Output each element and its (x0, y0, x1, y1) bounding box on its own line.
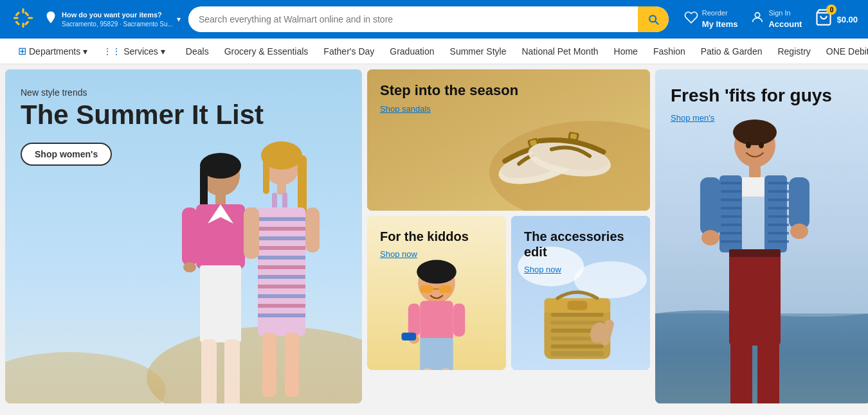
svg-rect-116 (789, 177, 809, 229)
svg-rect-3 (14, 17, 19, 19)
svg-rect-109 (768, 199, 789, 201)
nav-services[interactable]: ⋮⋮ Services ▾ (95, 39, 173, 64)
hero-mens: Fresh 'fits for guys Shop men's (655, 69, 868, 403)
svg-rect-39 (258, 227, 305, 231)
svg-rect-73 (401, 333, 416, 340)
mens-title: Fresh 'fits for guys (671, 85, 855, 107)
kiddos-title: For the kiddos (380, 229, 493, 244)
walmart-logo (10, 5, 36, 33)
svg-rect-69 (420, 301, 453, 340)
nav-national-pet[interactable]: National Pet Month (514, 39, 606, 64)
kiddos-shop-link[interactable]: Shop now (380, 249, 417, 259)
card-sandals: Step into the season Shop sandals (367, 69, 650, 211)
accessories-title: The accessories edit (524, 229, 637, 260)
nav-home[interactable]: Home (606, 39, 646, 64)
svg-rect-107 (768, 182, 789, 184)
svg-rect-114 (768, 240, 789, 243)
main-content: New style trends The Summer It List Shop… (0, 64, 868, 409)
location-button[interactable]: How do you want your items? Sacramento, … (44, 10, 181, 28)
svg-rect-95 (749, 164, 761, 179)
svg-rect-102 (721, 207, 741, 209)
nav-patio-garden[interactable]: Patio & Garden (693, 39, 770, 64)
chevron-down-icon: ▾ (83, 46, 87, 57)
svg-rect-112 (768, 224, 789, 226)
svg-rect-51 (262, 333, 276, 397)
cart-icon (815, 12, 833, 30)
svg-rect-38 (258, 217, 305, 221)
cart-badge: 0 (826, 4, 836, 15)
svg-rect-4 (28, 17, 33, 19)
svg-rect-26 (201, 339, 217, 403)
nav-registry[interactable]: Registry (770, 39, 818, 64)
svg-point-10 (755, 13, 760, 17)
svg-point-65 (417, 260, 457, 284)
reorder-button[interactable]: Reorder My Items (684, 8, 738, 30)
svg-rect-99 (721, 182, 741, 184)
nav-one-debit[interactable]: ONE Debit (818, 39, 868, 64)
svg-rect-74 (420, 338, 453, 370)
sandals-shop-link[interactable]: Shop sandals (380, 104, 431, 114)
svg-rect-48 (258, 313, 305, 317)
svg-rect-71 (453, 303, 466, 336)
svg-rect-110 (768, 207, 789, 209)
svg-rect-42 (258, 256, 305, 260)
svg-point-24 (183, 262, 196, 272)
hero-title: The Summer It List (21, 100, 347, 130)
svg-rect-108 (768, 190, 789, 193)
nav-deals[interactable]: Deals (178, 39, 217, 64)
nav-fathers-day[interactable]: Father's Day (316, 39, 382, 64)
svg-rect-85 (551, 344, 604, 348)
svg-rect-122 (729, 249, 781, 257)
cart-button[interactable]: 0 $0.00 (815, 8, 858, 30)
signin-button[interactable]: Sign In Account (750, 8, 802, 30)
svg-point-123 (746, 142, 751, 148)
svg-rect-52 (285, 333, 299, 397)
header-actions: Reorder My Items Sign In Account 0 $0.00 (684, 8, 858, 30)
svg-rect-25 (200, 265, 241, 342)
svg-rect-70 (408, 303, 420, 336)
cart-icon-wrap: 0 (815, 8, 833, 30)
bottom-row: For the kiddos Shop now (367, 216, 650, 370)
svg-rect-2 (22, 22, 24, 28)
svg-rect-113 (768, 232, 789, 234)
svg-point-124 (759, 142, 764, 148)
svg-rect-67 (439, 285, 452, 293)
card-accessories: The accessories edit Shop now (511, 216, 650, 370)
location-text: How do you want your items? Sacramento, … (62, 10, 173, 28)
svg-rect-47 (258, 304, 305, 308)
svg-rect-115 (700, 177, 721, 235)
svg-rect-45 (258, 285, 305, 288)
svg-rect-104 (721, 224, 741, 226)
svg-rect-43 (258, 265, 305, 269)
hero-summer-list: New style trends The Summer It List Shop… (5, 69, 362, 403)
svg-rect-44 (258, 275, 305, 279)
accessories-shop-link[interactable]: Shop now (524, 265, 561, 274)
svg-rect-27 (224, 339, 240, 403)
svg-rect-1 (22, 8, 24, 13)
svg-rect-100 (721, 190, 741, 193)
svg-rect-106 (721, 240, 741, 243)
svg-rect-86 (551, 351, 604, 357)
search-input[interactable] (188, 14, 638, 24)
apps-icon: ⋮⋮ (103, 46, 121, 57)
svg-point-117 (701, 230, 719, 245)
svg-rect-111 (768, 215, 789, 218)
nav-departments[interactable]: ⊞ Departments ▾ (10, 39, 95, 64)
svg-rect-103 (721, 215, 741, 218)
search-bar (188, 6, 669, 32)
search-button[interactable] (638, 6, 669, 32)
sandals-title: Step into the season (380, 82, 637, 99)
svg-rect-41 (258, 246, 305, 250)
svg-point-118 (790, 224, 808, 239)
nav-grocery[interactable]: Grocery & Essentials (217, 39, 316, 64)
chevron-down-icon: ▾ (177, 15, 181, 24)
nav-graduation[interactable]: Graduation (382, 39, 442, 64)
person-icon (750, 10, 764, 28)
nav-fashion[interactable]: Fashion (646, 39, 693, 64)
middle-column: Step into the season Shop sandals (367, 69, 650, 403)
svg-rect-49 (244, 208, 259, 259)
nav-summer-style[interactable]: Summer Style (442, 39, 514, 64)
grid-icon: ⊞ (18, 45, 26, 57)
shop-womens-button[interactable]: Shop women's (21, 143, 112, 166)
mens-shop-link[interactable]: Shop men's (671, 113, 714, 123)
